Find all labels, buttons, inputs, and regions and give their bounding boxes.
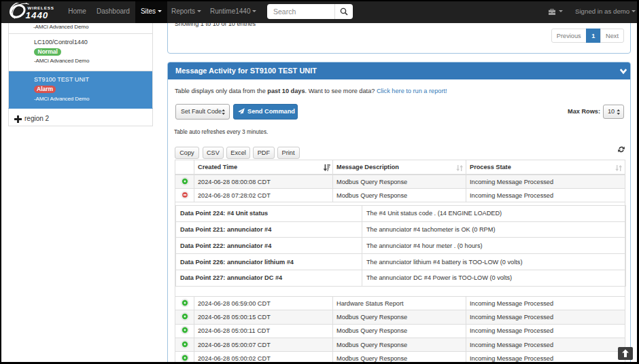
svg-text:1440: 1440	[26, 10, 49, 20]
svg-text:WIRELESS: WIRELESS	[28, 5, 54, 10]
